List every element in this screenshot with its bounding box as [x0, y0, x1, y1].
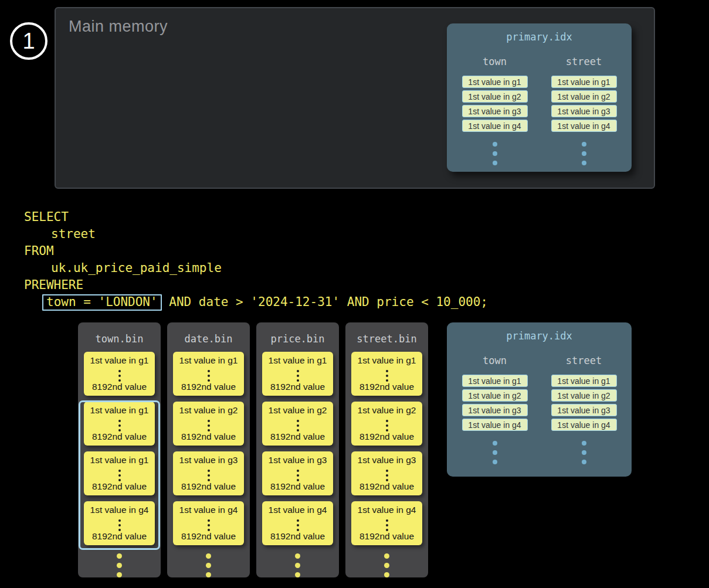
index-entry: 1st value in g1 [551, 76, 617, 88]
primary-index-columns: town 1st value in g1 1st value in g2 1st… [447, 355, 632, 446]
granule-first-value: 1st value in g1 [351, 355, 422, 366]
granule-last-value: 8192nd value [351, 382, 422, 392]
primary-index-panel-disk: primary.idx town 1st value in g1 1st val… [447, 322, 632, 477]
index-column-header: town [483, 355, 507, 366]
sql-select-column: street [24, 226, 488, 243]
granule-last-value: 8192nd value [351, 481, 422, 492]
index-entry: 1st value in g2 [551, 90, 617, 103]
granule-last-value: 8192nd value [173, 531, 244, 542]
granule-box: 1st value in g1 8192nd value [173, 352, 244, 396]
primary-index-panel-memory: primary.idx town 1st value in g1 1st val… [447, 23, 632, 172]
granule-ellipsis-icon [386, 370, 388, 372]
index-column-street: street 1st value in g1 1st value in g2 1… [548, 56, 620, 147]
index-entry: 1st value in g3 [551, 404, 617, 416]
index-entry: 1st value in g3 [462, 404, 528, 416]
selected-granules-highlight-border [79, 400, 160, 550]
index-column-header: street [566, 355, 602, 366]
bin-column-price: price.bin 1st value in g1 8192nd value 1… [256, 322, 339, 577]
index-column-header: street [566, 56, 602, 67]
bin-column-date: date.bin 1st value in g1 8192nd value 1s… [167, 322, 250, 577]
index-column-header: town [483, 56, 507, 67]
bin-column-town: town.bin 1st value in g1 8192nd value 1s… [78, 322, 161, 577]
granule-ellipsis-icon [386, 470, 388, 472]
step-number-badge: 1 [10, 22, 48, 60]
granule-ellipsis-icon [386, 519, 388, 522]
vertical-ellipsis-icon [493, 142, 497, 147]
granule-first-value: 1st value in g4 [173, 505, 244, 515]
granule-first-value: 1st value in g1 [173, 355, 244, 366]
granule-box: 1st value in g4 8192nd value [351, 501, 422, 545]
granule-last-value: 8192nd value [262, 531, 333, 542]
granule-first-value: 1st value in g4 [262, 505, 333, 515]
granule-box: 1st value in g3 8192nd value [262, 451, 333, 495]
granule-box: 1st value in g2 8192nd value [351, 402, 422, 446]
step-number: 1 [22, 29, 35, 54]
bin-column-header: price.bin [256, 333, 339, 345]
granule-box: 1st value in g2 8192nd value [262, 402, 333, 446]
granule-first-value: 1st value in g2 [351, 405, 422, 416]
vertical-ellipsis-icon [384, 553, 389, 559]
granule-last-value: 8192nd value [351, 431, 422, 442]
index-entry: 1st value in g4 [551, 120, 617, 132]
granule-last-value: 8192nd value [262, 382, 333, 392]
granule-ellipsis-icon [297, 470, 299, 472]
vertical-ellipsis-icon [295, 553, 300, 559]
granule-box: 1st value in g3 8192nd value [351, 451, 422, 495]
sql-prewhere-keyword: PREWHERE [24, 277, 488, 294]
index-entry: 1st value in g1 [551, 375, 617, 387]
vertical-ellipsis-icon [117, 553, 122, 559]
sql-table-name: uk.uk_price_paid_simple [24, 260, 488, 277]
granule-ellipsis-icon [208, 420, 210, 422]
primary-index-title: primary.idx [447, 23, 632, 43]
granule-first-value: 1st value in g2 [262, 405, 333, 416]
index-entry: 1st value in g1 [462, 375, 528, 387]
vertical-ellipsis-icon [493, 441, 497, 446]
granule-first-value: 1st value in g1 [262, 355, 333, 366]
sql-prewhere-condition: town = 'LONDON' AND date > '2024-12-31' … [24, 294, 488, 311]
granule-last-value: 8192nd value [173, 382, 244, 392]
granule-box: 1st value in g1 8192nd value [84, 352, 155, 396]
sql-select-keyword: SELECT [24, 209, 488, 226]
granule-ellipsis-icon [208, 370, 210, 372]
index-column-town: town 1st value in g1 1st value in g2 1st… [459, 56, 531, 147]
bin-column-header: date.bin [167, 333, 250, 345]
granule-ellipsis-icon [297, 420, 299, 422]
index-entry: 1st value in g2 [551, 389, 617, 402]
granule-box: 1st value in g1 8192nd value [262, 352, 333, 396]
index-column-town: town 1st value in g1 1st value in g2 1st… [459, 355, 531, 446]
index-entry: 1st value in g4 [462, 120, 528, 132]
prewhere-rest: AND date > '2024-12-31' AND price < 10_0… [162, 295, 488, 309]
granule-ellipsis-icon [118, 370, 121, 372]
granule-first-value: 1st value in g4 [351, 505, 422, 515]
granule-last-value: 8192nd value [173, 481, 244, 492]
granule-first-value: 1st value in g2 [173, 405, 244, 416]
main-memory-label: Main memory [69, 18, 168, 36]
primary-index-columns: town 1st value in g1 1st value in g2 1st… [447, 56, 632, 147]
index-entry: 1st value in g2 [462, 389, 528, 402]
index-entry: 1st value in g2 [462, 90, 528, 103]
index-column-street: street 1st value in g1 1st value in g2 1… [548, 355, 620, 446]
index-entry: 1st value in g3 [551, 105, 617, 117]
vertical-ellipsis-icon [206, 553, 211, 559]
granule-last-value: 8192nd value [262, 431, 333, 442]
vertical-ellipsis-icon [582, 441, 586, 446]
index-entry: 1st value in g4 [551, 419, 617, 431]
granule-box: 1st value in g4 8192nd value [262, 501, 333, 545]
sql-query: SELECT street FROM uk.uk_price_paid_simp… [24, 209, 488, 311]
granule-last-value: 8192nd value [351, 531, 422, 542]
granule-ellipsis-icon [297, 370, 299, 372]
granule-first-value: 1st value in g3 [262, 455, 333, 465]
granule-box: 1st value in g2 8192nd value [173, 402, 244, 446]
granule-last-value: 8192nd value [84, 382, 155, 392]
bin-column-header: town.bin [78, 333, 161, 345]
index-entry: 1st value in g1 [462, 76, 528, 88]
prewhere-highlight-box: town = 'LONDON' [42, 294, 162, 311]
granule-box: 1st value in g1 8192nd value [351, 352, 422, 396]
granule-first-value: 1st value in g3 [173, 455, 244, 465]
granule-ellipsis-icon [208, 519, 210, 522]
granule-last-value: 8192nd value [173, 431, 244, 442]
diagram-stage: 1 Main memory primary.idx town 1st value… [0, 0, 709, 588]
granule-first-value: 1st value in g3 [351, 455, 422, 465]
bin-column-street: street.bin 1st value in g1 8192nd value … [345, 322, 428, 577]
vertical-ellipsis-icon [582, 142, 586, 147]
